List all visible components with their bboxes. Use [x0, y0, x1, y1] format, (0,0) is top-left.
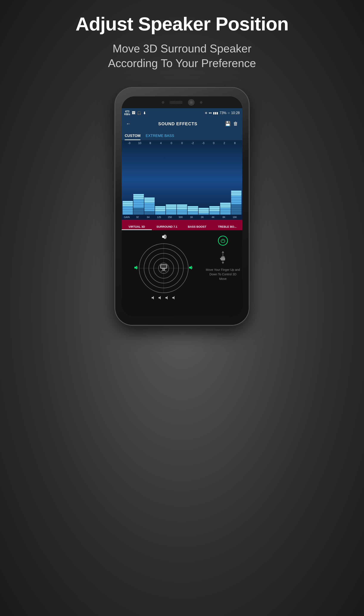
- svg-rect-15: [222, 256, 223, 258]
- delete-button[interactable]: 🗑: [233, 121, 238, 126]
- eq-bar-10[interactable]: [231, 176, 241, 215]
- btab-bassboost[interactable]: BASS BOOST: [182, 225, 212, 230]
- battery-percentage: 73%: [220, 111, 226, 115]
- center-speaker: [158, 263, 169, 273]
- svg-rect-14: [221, 256, 222, 258]
- battery-icon: ○: [228, 111, 230, 115]
- svg-rect-3: [163, 268, 165, 271]
- bottom-speakers-row: [151, 296, 176, 301]
- v3d-info-panel: Move Your Finger Up and Down To Control …: [206, 233, 240, 281]
- eq-freq-8: 8K: [219, 216, 229, 219]
- save-button[interactable]: 💾: [225, 121, 231, 126]
- back-button[interactable]: ←: [126, 121, 131, 126]
- tab-custom[interactable]: CUSTOM: [125, 134, 141, 140]
- camera-lens: [188, 99, 195, 106]
- top-speaker-icon: [160, 233, 167, 242]
- svg-marker-8: [152, 296, 154, 300]
- eq-bar-3[interactable]: [155, 176, 165, 215]
- svg-rect-17: [220, 258, 221, 259]
- eq-values-row: -3 10 8 4 0 0 -2 -3 0 2 8: [122, 140, 242, 146]
- eq-bar-5[interactable]: [177, 176, 187, 215]
- eq-val-9: 2: [219, 141, 230, 145]
- equalizer-area: -3 10 8 4 0 0 -2 -3 0 2 8 GAIN 32: [122, 140, 242, 220]
- bottom-sp-1: [151, 296, 155, 301]
- tab-extreme-bass[interactable]: EXTREME BASS: [146, 134, 174, 140]
- power-button[interactable]: [218, 236, 228, 246]
- svg-rect-5: [165, 271, 167, 272]
- app-title: SOUND EFFECTS: [132, 121, 223, 126]
- eq-val-2: 8: [145, 141, 156, 145]
- svg-marker-9: [158, 296, 161, 300]
- signal-icon: ▮▮▮: [213, 111, 218, 115]
- eq-val-5: 0: [177, 141, 187, 145]
- speaker-rings: [138, 242, 190, 294]
- eq-freq-4: 500: [175, 216, 186, 219]
- eq-bar-2[interactable]: [144, 176, 155, 215]
- app-bar: ← SOUND EFFECTS 💾 🗑: [122, 118, 242, 130]
- eq-freq-2: 125: [154, 216, 164, 219]
- eq-val-7: -3: [198, 141, 208, 145]
- eq-bar-8[interactable]: [209, 176, 220, 215]
- v3d-instruction-text: Move Your Finger Up and Down To Control …: [206, 268, 240, 281]
- svg-marker-6: [134, 266, 137, 270]
- btab-surround71[interactable]: SURROUND 7.1: [152, 225, 182, 230]
- eq-freq-row: GAIN 32 64 125 250 500 1K 2K 4K 8K 16K: [122, 215, 242, 220]
- eq-bar-9[interactable]: [220, 176, 231, 215]
- swipe-indicator: [219, 250, 227, 265]
- bottom-sp-2: [158, 296, 162, 301]
- eq-val-1: 10: [134, 141, 145, 145]
- wifi-icon: ▾▾: [209, 111, 212, 115]
- eq-bar-0[interactable]: [123, 176, 133, 215]
- eq-freq-9: 16K: [229, 216, 240, 219]
- svg-marker-7: [189, 266, 192, 270]
- svg-rect-4: [161, 271, 163, 272]
- eq-gain-label: GAIN: [124, 216, 132, 219]
- svg-marker-0: [162, 234, 165, 239]
- svg-marker-11: [172, 296, 174, 300]
- eq-bars[interactable]: [122, 146, 242, 215]
- phone-screen: 473 KB/s 🖼 🎧 ⬇ ✲ ▾▾ ▮▮▮ 73% ○ 10:28: [122, 96, 242, 316]
- eq-val-0: -3: [124, 141, 134, 145]
- eq-val-3: 4: [156, 141, 166, 145]
- bottom-tabs: VIRTUAL 3D SURROUND 7.1 BASS BOOST TREBL…: [122, 220, 242, 230]
- front-camera-dot: [162, 101, 164, 104]
- eq-val-8: 0: [208, 141, 219, 145]
- bottom-sp-4: [172, 296, 176, 301]
- right-speaker-icon: [189, 265, 194, 271]
- eq-val-10: 8: [230, 141, 240, 145]
- eq-bar-7[interactable]: [199, 176, 209, 215]
- phone-device: 473 KB/s 🖼 🎧 ⬇ ✲ ▾▾ ▮▮▮ 73% ○ 10:28: [115, 88, 249, 325]
- eq-bar-1[interactable]: [133, 176, 144, 215]
- status-left: 473 KB/s 🖼 🎧 ⬇: [124, 110, 146, 116]
- eq-tabs: CUSTOM EXTREME BASS: [122, 130, 242, 140]
- phone-camera-bar: [122, 96, 242, 108]
- svg-marker-10: [165, 296, 168, 300]
- eq-val-6: -2: [187, 141, 198, 145]
- status-right: ✲ ▾▾ ▮▮▮ 73% ○ 10:28: [205, 111, 240, 115]
- eq-freq-6: 2K: [197, 216, 208, 219]
- earpiece-grill: [170, 101, 183, 104]
- image-icon: 🖼: [132, 111, 135, 115]
- bluetooth-icon: ✲: [205, 111, 208, 115]
- headphone-icon: 🎧: [137, 111, 141, 115]
- network-speed: 473 KB/s: [124, 110, 130, 116]
- download-icon: ⬇: [143, 111, 146, 115]
- bottom-sp-3: [165, 296, 169, 301]
- virtual3d-panel: Move Your Finger Up and Down To Control …: [122, 230, 242, 316]
- clock: 10:28: [231, 111, 240, 115]
- eq-freq-7: 4K: [208, 216, 218, 219]
- eq-freq-5: 1K: [186, 216, 197, 219]
- eq-bar-4[interactable]: [166, 176, 176, 215]
- status-bar: 473 KB/s 🖼 🎧 ⬇ ✲ ▾▾ ▮▮▮ 73% ○ 10:28: [122, 108, 242, 118]
- speaker-circle-area: [124, 233, 204, 301]
- app-screen: 473 KB/s 🖼 🎧 ⬇ ✲ ▾▾ ▮▮▮ 73% ○ 10:28: [122, 108, 242, 316]
- left-speaker-icon: [134, 265, 139, 271]
- eq-bar-6[interactable]: [188, 176, 198, 215]
- svg-rect-16: [223, 256, 224, 258]
- eq-val-4: 0: [166, 141, 177, 145]
- btab-trebleboost[interactable]: TREBLE BO...: [212, 225, 242, 230]
- eq-freq-0: 32: [132, 216, 143, 219]
- page-title: Adjust Speaker Position: [75, 13, 288, 35]
- btab-virtual3d[interactable]: VIRTUAL 3D: [122, 225, 152, 230]
- eq-freq-3: 250: [165, 216, 175, 219]
